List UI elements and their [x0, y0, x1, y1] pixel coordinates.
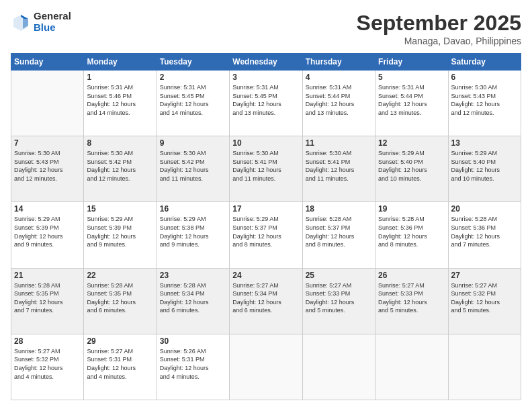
day-info: Sunrise: 5:27 AM Sunset: 5:33 PM Dayligh…: [306, 281, 372, 315]
table-row: [302, 334, 375, 400]
month-title: September 2025: [357, 11, 521, 36]
day-number: 23: [160, 271, 226, 280]
col-sunday: Sunday: [11, 54, 84, 71]
day-info: Sunrise: 5:28 AM Sunset: 5:35 PM Dayligh…: [87, 281, 153, 315]
day-info: Sunrise: 5:29 AM Sunset: 5:39 PM Dayligh…: [87, 215, 153, 248]
table-row: 6Sunrise: 5:30 AM Sunset: 5:43 PM Daylig…: [448, 71, 521, 136]
table-row: 18Sunrise: 5:28 AM Sunset: 5:37 PM Dayli…: [302, 202, 375, 268]
table-row: 23Sunrise: 5:28 AM Sunset: 5:34 PM Dayli…: [157, 268, 229, 334]
day-number: 13: [451, 138, 518, 148]
day-info: Sunrise: 5:28 AM Sunset: 5:34 PM Dayligh…: [160, 281, 226, 315]
day-number: 11: [306, 138, 372, 148]
day-info: Sunrise: 5:30 AM Sunset: 5:43 PM Dayligh…: [14, 149, 81, 183]
table-row: 20Sunrise: 5:28 AM Sunset: 5:36 PM Dayli…: [448, 202, 521, 268]
calendar-week-row: 21Sunrise: 5:28 AM Sunset: 5:35 PM Dayli…: [11, 268, 521, 334]
day-info: Sunrise: 5:27 AM Sunset: 5:32 PM Dayligh…: [14, 347, 81, 381]
table-row: 27Sunrise: 5:27 AM Sunset: 5:32 PM Dayli…: [448, 268, 521, 334]
day-info: Sunrise: 5:29 AM Sunset: 5:40 PM Dayligh…: [378, 149, 445, 183]
day-number: 14: [14, 204, 81, 214]
day-number: 8: [87, 138, 153, 148]
calendar-week-row: 28Sunrise: 5:27 AM Sunset: 5:32 PM Dayli…: [11, 334, 521, 400]
day-info: Sunrise: 5:31 AM Sunset: 5:46 PM Dayligh…: [87, 83, 153, 117]
day-info: Sunrise: 5:28 AM Sunset: 5:36 PM Dayligh…: [451, 215, 518, 248]
day-info: Sunrise: 5:29 AM Sunset: 5:40 PM Dayligh…: [451, 149, 518, 183]
day-number: 1: [87, 73, 153, 82]
table-row: 16Sunrise: 5:29 AM Sunset: 5:38 PM Dayli…: [157, 202, 229, 268]
day-info: Sunrise: 5:31 AM Sunset: 5:44 PM Dayligh…: [306, 83, 372, 117]
day-info: Sunrise: 5:30 AM Sunset: 5:42 PM Dayligh…: [87, 149, 153, 183]
calendar-week-row: 7Sunrise: 5:30 AM Sunset: 5:43 PM Daylig…: [11, 136, 521, 202]
day-number: 26: [378, 271, 445, 280]
day-number: 22: [87, 271, 153, 280]
logo-text: General Blue: [34, 11, 71, 33]
table-row: [448, 334, 521, 400]
day-info: Sunrise: 5:31 AM Sunset: 5:45 PM Dayligh…: [160, 83, 226, 117]
day-number: 21: [14, 271, 81, 280]
logo-icon: [11, 12, 31, 32]
day-info: Sunrise: 5:29 AM Sunset: 5:38 PM Dayligh…: [160, 215, 226, 248]
col-wednesday: Wednesday: [230, 54, 302, 71]
table-row: 2Sunrise: 5:31 AM Sunset: 5:45 PM Daylig…: [157, 71, 229, 136]
table-row: [11, 71, 84, 136]
day-number: 3: [232, 73, 299, 82]
day-number: 17: [232, 204, 299, 214]
col-saturday: Saturday: [448, 54, 521, 71]
day-number: 28: [14, 336, 81, 346]
day-number: 18: [306, 204, 372, 214]
day-number: 29: [87, 336, 153, 346]
day-info: Sunrise: 5:28 AM Sunset: 5:36 PM Dayligh…: [378, 215, 445, 248]
col-thursday: Thursday: [302, 54, 375, 71]
table-row: 1Sunrise: 5:31 AM Sunset: 5:46 PM Daylig…: [84, 71, 157, 136]
logo: General Blue: [11, 11, 71, 33]
table-row: 25Sunrise: 5:27 AM Sunset: 5:33 PM Dayli…: [302, 268, 375, 334]
table-row: 5Sunrise: 5:31 AM Sunset: 5:44 PM Daylig…: [375, 71, 448, 136]
day-info: Sunrise: 5:29 AM Sunset: 5:39 PM Dayligh…: [14, 215, 81, 248]
table-row: 17Sunrise: 5:29 AM Sunset: 5:37 PM Dayli…: [230, 202, 302, 268]
location-subtitle: Managa, Davao, Philippines: [357, 36, 521, 46]
day-number: 27: [451, 271, 518, 280]
day-number: 9: [160, 138, 226, 148]
table-row: 28Sunrise: 5:27 AM Sunset: 5:32 PM Dayli…: [11, 334, 84, 400]
table-row: 29Sunrise: 5:27 AM Sunset: 5:31 PM Dayli…: [84, 334, 157, 400]
day-number: 30: [160, 336, 226, 346]
calendar-table: Sunday Monday Tuesday Wednesday Thursday…: [11, 53, 521, 400]
day-number: 25: [306, 271, 372, 280]
day-number: 2: [160, 73, 226, 82]
calendar-header-row: Sunday Monday Tuesday Wednesday Thursday…: [11, 54, 521, 71]
day-info: Sunrise: 5:26 AM Sunset: 5:31 PM Dayligh…: [160, 347, 226, 381]
logo-blue-text: Blue: [34, 22, 71, 34]
day-info: Sunrise: 5:28 AM Sunset: 5:37 PM Dayligh…: [306, 215, 372, 248]
table-row: 11Sunrise: 5:30 AM Sunset: 5:41 PM Dayli…: [302, 136, 375, 202]
day-number: 24: [232, 271, 299, 280]
day-number: 6: [451, 73, 518, 82]
header: General Blue September 2025 Managa, Dava…: [11, 11, 521, 46]
table-row: [375, 334, 448, 400]
day-number: 15: [87, 204, 153, 214]
day-info: Sunrise: 5:30 AM Sunset: 5:41 PM Dayligh…: [306, 149, 372, 183]
day-info: Sunrise: 5:28 AM Sunset: 5:35 PM Dayligh…: [14, 281, 81, 315]
day-info: Sunrise: 5:27 AM Sunset: 5:31 PM Dayligh…: [87, 347, 153, 381]
table-row: 12Sunrise: 5:29 AM Sunset: 5:40 PM Dayli…: [375, 136, 448, 202]
day-info: Sunrise: 5:30 AM Sunset: 5:43 PM Dayligh…: [451, 83, 518, 117]
table-row: 7Sunrise: 5:30 AM Sunset: 5:43 PM Daylig…: [11, 136, 84, 202]
day-number: 20: [451, 204, 518, 214]
table-row: 14Sunrise: 5:29 AM Sunset: 5:39 PM Dayli…: [11, 202, 84, 268]
day-info: Sunrise: 5:27 AM Sunset: 5:33 PM Dayligh…: [378, 281, 445, 315]
table-row: [230, 334, 302, 400]
table-row: 26Sunrise: 5:27 AM Sunset: 5:33 PM Dayli…: [375, 268, 448, 334]
table-row: 8Sunrise: 5:30 AM Sunset: 5:42 PM Daylig…: [84, 136, 157, 202]
day-number: 19: [378, 204, 445, 214]
calendar-week-row: 1Sunrise: 5:31 AM Sunset: 5:46 PM Daylig…: [11, 71, 521, 136]
table-row: 13Sunrise: 5:29 AM Sunset: 5:40 PM Dayli…: [448, 136, 521, 202]
day-info: Sunrise: 5:30 AM Sunset: 5:42 PM Dayligh…: [160, 149, 226, 183]
table-row: 9Sunrise: 5:30 AM Sunset: 5:42 PM Daylig…: [157, 136, 229, 202]
day-info: Sunrise: 5:27 AM Sunset: 5:32 PM Dayligh…: [451, 281, 518, 315]
title-block: September 2025 Managa, Davao, Philippine…: [357, 11, 521, 46]
day-info: Sunrise: 5:30 AM Sunset: 5:41 PM Dayligh…: [232, 149, 299, 183]
table-row: 19Sunrise: 5:28 AM Sunset: 5:36 PM Dayli…: [375, 202, 448, 268]
table-row: 22Sunrise: 5:28 AM Sunset: 5:35 PM Dayli…: [84, 268, 157, 334]
day-number: 5: [378, 73, 445, 82]
table-row: 24Sunrise: 5:27 AM Sunset: 5:34 PM Dayli…: [230, 268, 302, 334]
table-row: 3Sunrise: 5:31 AM Sunset: 5:45 PM Daylig…: [230, 71, 302, 136]
calendar-week-row: 14Sunrise: 5:29 AM Sunset: 5:39 PM Dayli…: [11, 202, 521, 268]
